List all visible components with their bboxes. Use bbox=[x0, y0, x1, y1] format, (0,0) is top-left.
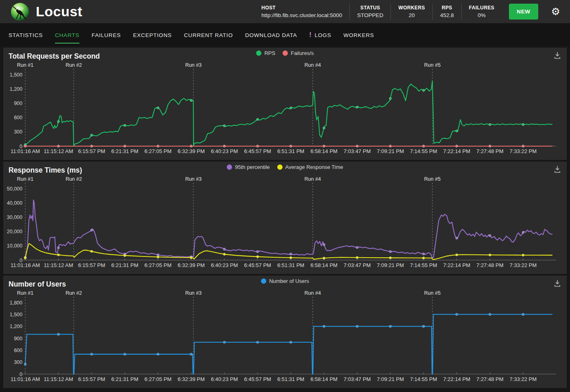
chart-title-response-times: Response Times (ms) bbox=[9, 166, 82, 175]
svg-text:6:21:31 PM: 6:21:31 PM bbox=[111, 376, 138, 382]
download-chart-icon[interactable] bbox=[553, 279, 562, 288]
chart-panel-response-times: 11:01:16 AM11:15:12 AM6:15:57 PM6:21:31 … bbox=[3, 162, 567, 274]
workers-block: WORKERS 20 bbox=[391, 5, 432, 18]
svg-text:6:32:39 PM: 6:32:39 PM bbox=[178, 262, 205, 268]
svg-text:Run #5: Run #5 bbox=[424, 290, 441, 296]
svg-text:7:14:55 PM: 7:14:55 PM bbox=[410, 262, 437, 268]
svg-text:11:01:16 AM: 11:01:16 AM bbox=[11, 262, 40, 268]
status-block: STATUS STOPPED bbox=[350, 5, 390, 18]
status-label: STATUS bbox=[360, 5, 380, 11]
svg-text:900: 900 bbox=[14, 101, 22, 106]
new-test-button[interactable]: NEW bbox=[509, 4, 538, 20]
svg-text:7:33:22 PM: 7:33:22 PM bbox=[510, 262, 537, 268]
svg-text:Run #1: Run #1 bbox=[17, 62, 33, 68]
svg-text:Run #3: Run #3 bbox=[185, 290, 202, 296]
svg-text:6:21:31 PM: 6:21:31 PM bbox=[111, 262, 138, 268]
svg-text:Run #1: Run #1 bbox=[17, 290, 33, 296]
tab-workers[interactable]: WORKERS bbox=[343, 26, 374, 44]
series-line-95th-percentile bbox=[25, 200, 552, 258]
download-chart-icon[interactable] bbox=[553, 165, 562, 174]
tab-statistics[interactable]: STATISTICS bbox=[9, 26, 43, 44]
tab-label: CURRENT RATIO bbox=[184, 32, 233, 38]
svg-text:7:14:55 PM: 7:14:55 PM bbox=[410, 376, 437, 382]
svg-text:6:15:57 PM: 6:15:57 PM bbox=[78, 148, 105, 154]
rps-value: 452.8 bbox=[440, 12, 454, 18]
svg-text:1,200: 1,200 bbox=[10, 324, 22, 329]
svg-text:11:01:16 AM: 11:01:16 AM bbox=[11, 148, 40, 154]
tab-exceptions[interactable]: EXCEPTIONS bbox=[133, 26, 172, 44]
svg-text:20,000: 20,000 bbox=[7, 229, 22, 234]
svg-text:30,000: 30,000 bbox=[7, 215, 22, 220]
svg-text:300: 300 bbox=[14, 359, 22, 365]
tab-failures[interactable]: FAILURES bbox=[92, 26, 121, 44]
svg-text:7:09:21 PM: 7:09:21 PM bbox=[377, 148, 404, 154]
users-chart-svg: 11:01:16 AM11:15:12 AM6:15:57 PM6:21:31 … bbox=[3, 276, 567, 388]
svg-text:6:32:39 PM: 6:32:39 PM bbox=[178, 148, 205, 154]
failures-label: FAILURES bbox=[469, 5, 495, 11]
svg-text:6:15:57 PM: 6:15:57 PM bbox=[78, 376, 105, 382]
svg-text:11:01:16 AM: 11:01:16 AM bbox=[11, 376, 40, 382]
svg-text:Run #3: Run #3 bbox=[185, 62, 202, 68]
svg-text:Run #2: Run #2 bbox=[66, 62, 82, 68]
svg-text:Run #4: Run #4 bbox=[305, 176, 321, 182]
svg-text:6:21:31 PM: 6:21:31 PM bbox=[111, 148, 138, 154]
tab-label: WORKERS bbox=[343, 32, 374, 38]
svg-text:10,000: 10,000 bbox=[7, 243, 22, 249]
failures-block: FAILURES 0% bbox=[462, 5, 502, 18]
svg-text:1,800: 1,800 bbox=[10, 300, 22, 306]
svg-text:7:09:21 PM: 7:09:21 PM bbox=[377, 262, 404, 268]
svg-text:6:27:05 PM: 6:27:05 PM bbox=[145, 262, 172, 268]
series-line-rps bbox=[25, 81, 552, 146]
svg-text:6:51:31 PM: 6:51:31 PM bbox=[277, 376, 305, 382]
tab-label: FAILURES bbox=[92, 32, 121, 38]
svg-text:7:27:48 PM: 7:27:48 PM bbox=[476, 262, 504, 268]
svg-text:Run #2: Run #2 bbox=[66, 290, 82, 296]
svg-text:50,000: 50,000 bbox=[7, 186, 22, 192]
svg-text:6:27:05 PM: 6:27:05 PM bbox=[145, 148, 172, 154]
failures-value: 0% bbox=[478, 12, 486, 18]
svg-text:7:33:22 PM: 7:33:22 PM bbox=[510, 148, 537, 154]
svg-text:6:27:05 PM: 6:27:05 PM bbox=[145, 376, 172, 382]
svg-text:7:09:21 PM: 7:09:21 PM bbox=[377, 376, 404, 382]
svg-text:Run #5: Run #5 bbox=[424, 62, 441, 68]
svg-text:6:40:23 PM: 6:40:23 PM bbox=[211, 376, 238, 382]
workers-value: 20 bbox=[409, 12, 415, 18]
download-chart-icon[interactable] bbox=[553, 51, 562, 60]
svg-text:600: 600 bbox=[14, 348, 22, 353]
svg-text:7:27:48 PM: 7:27:48 PM bbox=[476, 148, 504, 154]
warning-badge-icon: ! bbox=[309, 31, 312, 39]
svg-text:0: 0 bbox=[20, 372, 22, 377]
rps-block: RPS 452.8 bbox=[433, 5, 461, 18]
svg-text:11:15:12 AM: 11:15:12 AM bbox=[44, 376, 73, 382]
header-status-bar: HOST http://fib.fib.svc.cluster.local:50… bbox=[254, 4, 563, 20]
svg-text:40,000: 40,000 bbox=[7, 200, 22, 206]
svg-text:7:14:55 PM: 7:14:55 PM bbox=[410, 148, 437, 154]
svg-text:Run #1: Run #1 bbox=[17, 176, 33, 182]
tab-current-ratio[interactable]: CURRENT RATIO bbox=[184, 26, 233, 44]
svg-text:0: 0 bbox=[20, 258, 22, 263]
tab-label: STATISTICS bbox=[9, 32, 43, 38]
app-title: Locust bbox=[36, 4, 82, 20]
svg-text:7:22:14 PM: 7:22:14 PM bbox=[443, 376, 471, 382]
tab-logs[interactable]: !LOGS bbox=[309, 26, 331, 44]
svg-text:7:22:14 PM: 7:22:14 PM bbox=[443, 262, 471, 268]
svg-text:6:40:23 PM: 6:40:23 PM bbox=[211, 148, 238, 154]
svg-text:6:32:39 PM: 6:32:39 PM bbox=[178, 376, 205, 382]
tab-label: CHARTS bbox=[55, 32, 79, 38]
svg-text:Run #3: Run #3 bbox=[185, 176, 202, 182]
svg-text:Run #2: Run #2 bbox=[66, 176, 82, 182]
rps-label: RPS bbox=[442, 5, 452, 11]
host-block: HOST http://fib.fib.svc.cluster.local:50… bbox=[254, 5, 349, 18]
tab-charts[interactable]: CHARTS bbox=[55, 26, 79, 44]
svg-text:6:40:23 PM: 6:40:23 PM bbox=[211, 262, 238, 268]
svg-text:6:51:31 PM: 6:51:31 PM bbox=[277, 262, 305, 268]
svg-text:7:03:47 PM: 7:03:47 PM bbox=[344, 376, 371, 382]
tab-download-data[interactable]: DOWNLOAD DATA bbox=[245, 26, 297, 44]
app-header: Locust HOST http://fib.fib.svc.cluster.l… bbox=[0, 0, 570, 23]
svg-text:0: 0 bbox=[20, 144, 22, 149]
settings-gear-icon[interactable]: ⚙ bbox=[549, 5, 563, 18]
svg-text:11:15:12 AM: 11:15:12 AM bbox=[44, 262, 73, 268]
svg-text:1,500: 1,500 bbox=[10, 312, 22, 318]
svg-text:6:58:14 PM: 6:58:14 PM bbox=[310, 376, 338, 382]
svg-text:6:15:57 PM: 6:15:57 PM bbox=[78, 262, 105, 268]
